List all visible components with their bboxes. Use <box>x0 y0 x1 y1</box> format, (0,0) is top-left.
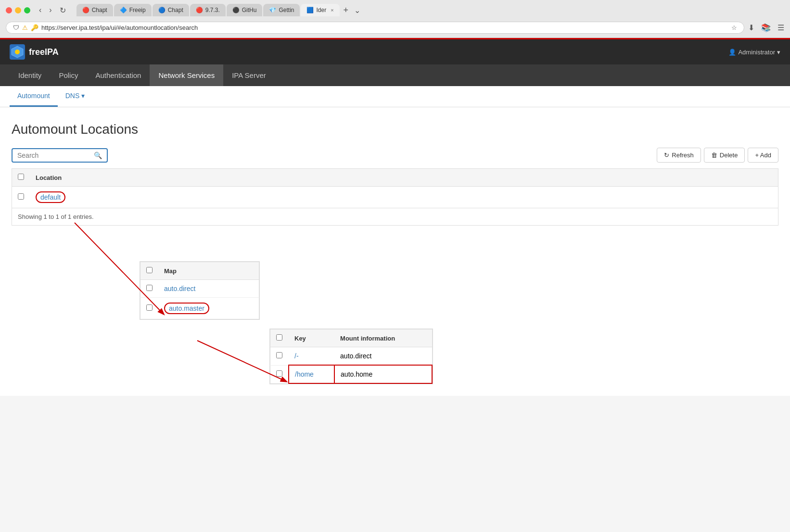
key-row1-checkbox[interactable] <box>276 352 282 358</box>
auto-direct-link[interactable]: auto.direct <box>158 280 259 298</box>
address-bar[interactable]: 🛡 ⚠ 🔑 https://server.ipa.test/ipa/ui/#e/… <box>6 22 744 34</box>
map-select-all-checkbox[interactable] <box>146 267 153 273</box>
key-icon: 🔑 <box>31 24 38 31</box>
key-row2-checkbox-cell <box>270 365 289 383</box>
mount-auto-direct: auto.direct <box>334 347 432 366</box>
page-content: Automount Locations 🔍 ↻ Refresh 🗑 Delete… <box>0 107 790 396</box>
url-text: https://server.ipa.test/ipa/ui/#e/automo… <box>41 24 198 31</box>
add-label: + Add <box>755 152 771 159</box>
row-checkbox-cell <box>12 187 30 208</box>
tab-close-icon[interactable]: × <box>331 7 333 13</box>
traffic-lights <box>6 7 30 13</box>
main-nav: Identity Policy Authentication Network S… <box>0 64 790 86</box>
mount-info-header: Mount information <box>334 329 432 347</box>
nav-identity[interactable]: Identity <box>10 64 50 86</box>
map-row1-checkbox[interactable] <box>146 285 153 291</box>
sub-nav-automount[interactable]: Automount <box>10 86 58 107</box>
map-table: Map auto.direct auto.master <box>140 262 259 319</box>
nav-ipa-server[interactable]: IPA Server <box>223 64 275 86</box>
auto-master-cell: auto.master <box>158 298 259 319</box>
key-table: Key Mount information /- auto.direct <box>270 329 433 384</box>
bookmark-list-icon[interactable]: 📚 <box>761 23 771 32</box>
key-row-2: /home auto.home <box>270 365 433 383</box>
sub-nav: Automount DNS ▾ <box>0 86 790 107</box>
location-cell: default <box>30 187 778 208</box>
map-row2-checkbox[interactable] <box>146 304 153 311</box>
tab-freeip[interactable]: 🔷 Freeip <box>114 4 152 16</box>
app-name: freeIPA <box>29 47 59 57</box>
tab-icon: 🔴 <box>196 7 203 13</box>
user-menu[interactable]: 👤 Administrator ▾ <box>728 49 780 56</box>
save-page-icon[interactable]: ⬇ <box>748 23 754 32</box>
map-row-2: auto.master <box>140 298 259 319</box>
key-select-all-checkbox[interactable] <box>276 334 282 341</box>
close-button[interactable] <box>6 7 12 13</box>
row-checkbox[interactable] <box>18 193 24 200</box>
search-icon: 🔍 <box>94 152 102 159</box>
table-status: Showing 1 to 1 of 1 entries. <box>12 208 778 226</box>
tab-label: Chapt <box>168 7 183 13</box>
sub-nav-dns[interactable]: DNS ▾ <box>58 86 93 107</box>
map-select-all-header <box>140 262 159 280</box>
forward-button[interactable]: › <box>46 5 54 16</box>
user-icon: 👤 <box>728 49 736 56</box>
refresh-button[interactable]: ↻ Refresh <box>657 148 701 163</box>
key-slash-link[interactable]: /- <box>289 347 334 366</box>
shield-icon: 🛡 <box>13 24 19 31</box>
auto-master-link[interactable]: auto.master <box>164 303 209 314</box>
default-location-link[interactable]: default <box>36 191 65 203</box>
dropdown-icon: ▾ <box>81 92 85 100</box>
svg-point-2 <box>15 50 20 54</box>
locations-table: Location default <box>12 168 778 208</box>
minimize-button[interactable] <box>15 7 21 13</box>
map-row2-checkbox-cell <box>140 298 159 319</box>
location-header: Location <box>30 169 778 187</box>
key-select-all-header <box>270 329 289 347</box>
username: Administrator <box>738 49 775 56</box>
action-buttons: ↻ Refresh 🗑 Delete + Add <box>657 148 778 163</box>
reload-button[interactable]: ↻ <box>57 5 69 16</box>
new-tab-button[interactable]: + <box>341 4 352 16</box>
key-row1-checkbox-cell <box>270 347 289 366</box>
refresh-label: Refresh <box>672 152 694 159</box>
nav-network-services[interactable]: Network Services <box>150 64 223 86</box>
delete-button[interactable]: 🗑 Delete <box>704 148 745 163</box>
toolbar: 🔍 ↻ Refresh 🗑 Delete + Add <box>12 148 778 163</box>
home-key-link[interactable]: /home <box>295 370 314 378</box>
nav-policy[interactable]: Policy <box>50 64 87 86</box>
table-row: default <box>12 187 778 208</box>
maximize-button[interactable] <box>24 7 30 13</box>
bookmark-icon[interactable]: ☆ <box>731 24 737 31</box>
refresh-icon: ↻ <box>664 152 669 159</box>
page-title: Automount Locations <box>12 122 778 137</box>
tab-chapt2[interactable]: 🔵 Chapt <box>153 4 189 16</box>
map-header: Map <box>158 262 259 280</box>
tab-gettin[interactable]: 💎 Gettin <box>263 4 300 16</box>
select-all-checkbox[interactable] <box>18 174 24 180</box>
nested-key-table-container: Key Mount information /- auto.direct <box>269 329 433 384</box>
tab-label: GitHu <box>242 7 257 13</box>
tab-icon: ⚫ <box>232 7 240 13</box>
browser-chrome: ‹ › ↻ 🔴 Chapt 🔷 Freeip 🔵 Chapt 🔴 9.7.3. <box>0 0 790 38</box>
nav-buttons: ‹ › ↻ <box>36 5 69 16</box>
key-row2-checkbox[interactable] <box>276 370 282 377</box>
browser-toolbar: ⬇ 📚 ☰ <box>748 23 784 32</box>
back-button[interactable]: ‹ <box>36 5 44 16</box>
tab-list-button[interactable]: ⌄ <box>351 5 363 16</box>
nav-authentication[interactable]: Authentication <box>87 64 150 86</box>
tab-chapt1[interactable]: 🔴 Chapt <box>76 4 113 16</box>
tab-ider[interactable]: 🟦 Ider × <box>301 4 339 16</box>
menu-icon[interactable]: ☰ <box>777 23 784 32</box>
tab-973[interactable]: 🔴 9.7.3. <box>190 4 226 16</box>
key-header: Key <box>289 329 334 347</box>
trash-icon: 🗑 <box>711 152 717 159</box>
tab-icon: 🔴 <box>82 7 89 13</box>
user-dropdown-icon: ▾ <box>777 49 780 56</box>
app-logo: freeIPA <box>10 44 59 60</box>
search-box[interactable]: 🔍 <box>12 148 108 163</box>
tab-github[interactable]: ⚫ GitHu <box>227 4 263 16</box>
select-all-header <box>12 169 30 187</box>
add-button[interactable]: + Add <box>748 148 778 163</box>
search-input[interactable] <box>17 152 94 159</box>
tabs-bar: 🔴 Chapt 🔷 Freeip 🔵 Chapt 🔴 9.7.3. ⚫ GitH… <box>73 4 367 16</box>
